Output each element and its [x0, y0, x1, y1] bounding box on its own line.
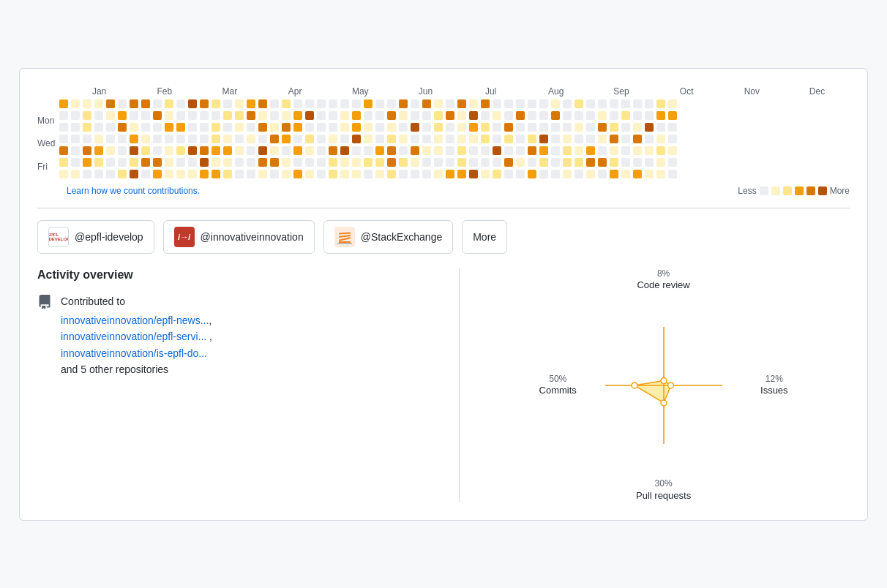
legend-cell-5: [818, 186, 827, 195]
graph-cell: [411, 99, 419, 108]
graph-cell: [258, 111, 267, 120]
graph-cell: [176, 99, 185, 108]
contributions-learn-link[interactable]: Learn how we count contributions.: [67, 186, 200, 196]
graph-cell: [575, 99, 583, 108]
graph-cell: [399, 135, 408, 143]
graph-cell: [411, 111, 419, 120]
graph-cell: [469, 111, 478, 120]
graph-cell: [364, 111, 373, 120]
contributed-to-label: Contributed to: [61, 293, 212, 309]
graph-cell: [165, 135, 173, 143]
day-mon: Mon: [37, 116, 55, 125]
repo-link-3[interactable]: innovativeinnovation/is-epfl-do...: [61, 347, 207, 359]
graph-cell: [329, 170, 337, 178]
graph-cell: [493, 146, 501, 155]
graph-cell: [364, 135, 373, 143]
graph-cell: [317, 135, 326, 143]
graph-cell: [59, 170, 68, 178]
graph-cell: [621, 170, 630, 178]
graph-cell: [258, 135, 267, 143]
graph-cell: [130, 135, 138, 143]
graph-cell: [504, 158, 513, 167]
graph-cell: [422, 170, 431, 178]
day-wed: Wed: [37, 139, 55, 148]
graph-cell: [106, 123, 115, 132]
graph-cell: [504, 170, 513, 178]
graph-cell: [71, 111, 80, 120]
graph-cell: [106, 146, 115, 155]
main-card: Jan Feb Mar Apr May Jun Jul Aug Sep Oct …: [19, 68, 868, 521]
graph-cell: [481, 146, 490, 155]
graph-cell: [188, 158, 197, 167]
radar-point-bottom: [661, 400, 667, 406]
org-pill-se[interactable]: @StackExchange: [323, 220, 454, 254]
graph-cell: [446, 123, 454, 132]
graph-cell: [504, 111, 513, 120]
graph-cell: [563, 99, 572, 108]
graph-day-labels: Mon Wed Fri: [37, 99, 55, 178]
org-pill-inno[interactable]: i→i @innovativeinnovation: [163, 220, 315, 254]
issues-name: Issues: [760, 385, 788, 397]
graph-cell: [282, 158, 291, 167]
graph-cell: [282, 99, 291, 108]
legend-less-label: Less: [738, 186, 756, 196]
graph-cell: [71, 158, 80, 167]
graph-cell: [668, 158, 677, 167]
graph-cell: [176, 158, 185, 167]
other-repos-text: and 5 other repositories: [61, 361, 212, 377]
graph-cell: [293, 123, 302, 132]
month-aug: Aug: [523, 86, 588, 97]
graph-cell: [504, 123, 513, 132]
month-sep: Sep: [588, 86, 654, 97]
graph-cell: [352, 135, 361, 143]
graph-cell: [258, 158, 267, 167]
graph-cell: [317, 146, 326, 155]
graph-cell: [352, 99, 361, 108]
org-inno-handle: @innovativeinnovation: [201, 231, 304, 243]
graph-cell: [188, 170, 197, 178]
graph-cell: [293, 111, 302, 120]
org-pill-epfl[interactable]: EPFLIDEVELOP @epfl-idevelop: [37, 220, 154, 254]
graph-cell: [235, 170, 244, 178]
graph-cell: [516, 146, 525, 155]
radar-polygon: [635, 380, 671, 402]
graph-cell: [656, 158, 665, 167]
graph-cell: [282, 111, 291, 120]
graph-cell: [633, 135, 642, 143]
graph-cell: [200, 158, 209, 167]
graph-cell: [504, 99, 513, 108]
graph-cell: [212, 123, 220, 132]
graph-cell: [656, 123, 665, 132]
graph-cell: [434, 170, 443, 178]
graph-cell: [223, 146, 232, 155]
graph-cell: [422, 123, 431, 132]
org-epfl-handle: @epfl-idevelop: [75, 231, 143, 243]
graph-cell: [645, 146, 654, 155]
graph-cell: [329, 158, 337, 167]
radar-point-top: [661, 377, 667, 383]
graph-cell: [656, 111, 665, 120]
repo-link-2[interactable]: innovativeinnovation/epfl-servi...: [61, 331, 206, 342]
graph-cell: [621, 111, 630, 120]
graph-cell: [329, 135, 337, 143]
graph-cell: [434, 99, 443, 108]
graph-cell: [59, 135, 68, 143]
graph-cell: [118, 135, 127, 143]
graph-cell: [293, 146, 302, 155]
graph-cell: [305, 158, 314, 167]
graph-cell: [153, 158, 162, 167]
org-pills: EPFLIDEVELOP @epfl-idevelop i→i @innovat…: [37, 220, 850, 254]
graph-cell: [457, 123, 466, 132]
graph-cell: [469, 99, 478, 108]
repo-link-1[interactable]: innovativeinnovation/epfl-news...: [61, 314, 209, 326]
graph-cell: [668, 170, 677, 178]
graph-cell: [598, 146, 607, 155]
graph-cell: [493, 123, 501, 132]
graph-cell: [293, 170, 302, 178]
graph-cell: [446, 158, 454, 167]
graph-cell: [258, 170, 267, 178]
graph-cell: [130, 99, 138, 108]
graph-cell: [165, 170, 173, 178]
org-pill-more[interactable]: More: [462, 220, 507, 254]
graph-cell: [282, 146, 291, 155]
